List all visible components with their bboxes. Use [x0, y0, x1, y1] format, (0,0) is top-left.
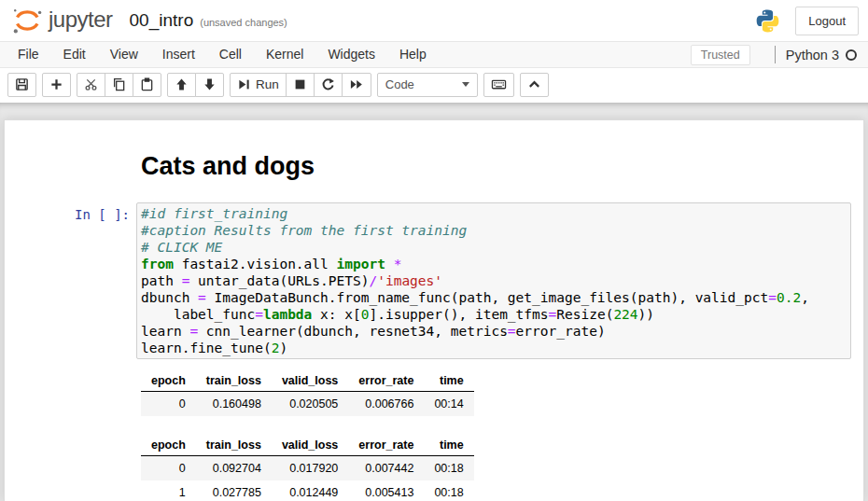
column-header-epoch: epoch [141, 370, 196, 392]
column-header-train_loss: train_loss [196, 370, 272, 392]
table-cell: 0.017920 [272, 456, 348, 481]
notebook-container: Cats and dogs In [ ]: #id first_training… [4, 119, 864, 501]
interrupt-kernel-button[interactable] [286, 73, 315, 97]
copy-icon [112, 77, 126, 91]
code-line: path = untar_data(URLs.PETS)/'images' [141, 272, 847, 289]
code-line: dbunch = ImageDataBunch.from_name_func(p… [141, 289, 847, 306]
table-cell: 0.160498 [196, 392, 272, 417]
floppy-icon [15, 77, 29, 91]
cut-button[interactable] [77, 73, 105, 97]
cell-type-select[interactable]: Code [377, 73, 478, 97]
copy-button[interactable] [105, 73, 133, 97]
code-cell[interactable]: In [ ]: #id first_training#caption Resul… [5, 202, 863, 359]
menubar: FileEditViewInsertCellKernelWidgetsHelp … [0, 41, 868, 68]
move-cell-up-button[interactable] [167, 73, 196, 97]
code-text: #id first_training#caption Results from … [141, 205, 847, 356]
markdown-cell[interactable]: Cats and dogs [5, 152, 863, 180]
restart-kernel-button[interactable] [314, 73, 343, 97]
move-cell-down-button[interactable] [195, 73, 224, 97]
table-row: 10.0277850.0124490.00541300:18 [141, 480, 474, 501]
stop-icon [293, 77, 307, 91]
paste-icon [140, 77, 154, 91]
save-button[interactable] [7, 73, 36, 97]
menu-item-view[interactable]: View [98, 42, 150, 67]
column-header-epoch: epoch [141, 435, 196, 456]
table-cell: 0 [141, 456, 196, 481]
column-header-valid_loss: valid_loss [272, 370, 348, 392]
jupyter-logo-icon [11, 6, 43, 35]
plus-icon [49, 77, 63, 91]
notebook-header: jupyter 00_intro (unsaved changes) Logou… [0, 0, 868, 41]
caret-down-icon [462, 82, 469, 87]
table-cell: 0.005413 [348, 480, 424, 501]
scissors-icon [84, 77, 98, 91]
code-line: #id first_training [141, 205, 847, 222]
menu-item-edit[interactable]: Edit [51, 42, 98, 67]
column-header-valid_loss: valid_loss [272, 435, 348, 456]
table-row: 00.1604980.0205050.00676600:14 [141, 392, 474, 417]
code-line: label_func=lambda x: x[0].isupper(), ite… [141, 306, 847, 323]
notebook-title[interactable]: 00_intro [130, 10, 194, 31]
menu-item-widgets[interactable]: Widgets [315, 42, 387, 67]
code-line: # CLICK ME [141, 239, 847, 256]
table-cell: 0.007442 [348, 456, 424, 481]
paste-button[interactable] [133, 73, 161, 97]
menu-item-cell[interactable]: Cell [207, 42, 254, 67]
input-prompt: In [ ]: [5, 202, 136, 359]
fast-forward-icon [349, 77, 364, 91]
kernel-idle-circle-icon [846, 49, 857, 61]
code-line: learn = cnn_learner(dbunch, resnet34, me… [141, 323, 847, 340]
column-header-error_rate: error_rate [348, 435, 424, 456]
keyboard-icon [491, 77, 507, 91]
column-header-train_loss: train_loss [196, 435, 272, 456]
python-logo-icon [755, 8, 780, 34]
table-cell: 00:18 [424, 480, 473, 501]
table-cell: 0.020505 [272, 392, 348, 417]
jupyter-wordmark: jupyter [49, 6, 113, 34]
run-icon [237, 77, 251, 91]
table-cell: 0.012449 [272, 480, 348, 501]
training-output-table: epochtrain_lossvalid_losserror_ratetime0… [141, 435, 474, 501]
table-cell: 0 [141, 392, 196, 417]
toolbar: Run Code [0, 68, 868, 103]
code-line: learn.fine_tune(2) [141, 340, 847, 356]
restart-run-all-button[interactable] [342, 73, 371, 97]
code-line: from fastai2.vision.all import * [141, 256, 847, 272]
trusted-badge[interactable]: Trusted [691, 45, 750, 65]
table-cell: 00:18 [424, 456, 473, 481]
code-line: #caption Results from the first training [141, 222, 847, 239]
command-palette-button[interactable] [483, 73, 514, 97]
notebook-site: Cats and dogs In [ ]: #id first_training… [0, 103, 868, 501]
arrow-down-icon [203, 77, 217, 91]
jupyter-logo[interactable]: jupyter [11, 6, 113, 35]
menu-list: FileEditViewInsertCellKernelWidgetsHelp [6, 42, 439, 67]
menu-item-help[interactable]: Help [387, 42, 439, 67]
table-cell: 1 [141, 480, 196, 501]
menu-item-file[interactable]: File [6, 42, 51, 67]
run-button[interactable]: Run [230, 73, 287, 97]
markdown-heading: Cats and dogs [141, 152, 863, 180]
menu-item-kernel[interactable]: Kernel [254, 42, 315, 67]
table-cell: 0.027785 [196, 480, 272, 501]
table-cell: 00:14 [424, 392, 473, 417]
arrow-up-icon [175, 77, 189, 91]
logout-button[interactable]: Logout [795, 7, 859, 35]
menu-item-insert[interactable]: Insert [150, 42, 207, 67]
refresh-icon [321, 77, 335, 91]
kernel-name-label: Python 3 [786, 48, 839, 63]
kernel-divider [775, 46, 776, 63]
code-input-area[interactable]: #id first_training#caption Results from … [136, 202, 851, 359]
chevron-up-icon [527, 77, 541, 91]
insert-cell-below-button[interactable] [42, 73, 71, 97]
column-header-time: time [424, 370, 473, 392]
checkpoint-status: (unsaved changes) [200, 17, 287, 28]
table-cell: 0.006766 [348, 392, 424, 417]
run-button-label: Run [256, 77, 279, 91]
training-output-table: epochtrain_lossvalid_losserror_ratetime0… [141, 370, 474, 416]
column-header-time: time [424, 435, 473, 456]
column-header-error_rate: error_rate [348, 370, 424, 392]
cell-type-value: Code [385, 77, 414, 91]
table-cell: 0.092704 [196, 456, 272, 481]
table-row: 00.0927040.0179200.00744200:18 [141, 456, 474, 481]
collapse-toolbar-button[interactable] [520, 73, 549, 97]
